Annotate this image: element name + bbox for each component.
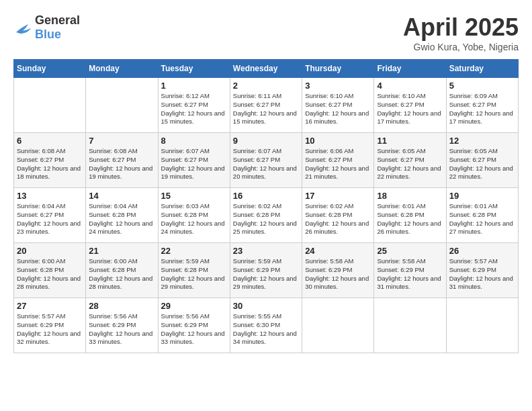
calendar-cell xyxy=(302,298,374,353)
day-info: Sunrise: 6:00 AMSunset: 6:28 PMDaylight:… xyxy=(17,257,83,291)
calendar-week-row: 1Sunrise: 6:12 AMSunset: 6:27 PMDaylight… xyxy=(14,78,519,133)
calendar-cell: 7Sunrise: 6:08 AMSunset: 6:27 PMDaylight… xyxy=(86,133,158,188)
calendar-cell: 19Sunrise: 6:01 AMSunset: 6:28 PMDayligh… xyxy=(446,188,518,243)
day-info: Sunrise: 6:08 AMSunset: 6:27 PMDaylight:… xyxy=(89,147,154,181)
day-number: 17 xyxy=(305,191,371,201)
day-info: Sunrise: 6:06 AMSunset: 6:27 PMDaylight:… xyxy=(305,147,371,181)
calendar-cell: 4Sunrise: 6:10 AMSunset: 6:27 PMDaylight… xyxy=(374,78,446,133)
month-title: April 2025 xyxy=(403,13,519,42)
calendar-cell: 6Sunrise: 6:08 AMSunset: 6:27 PMDaylight… xyxy=(14,133,86,188)
day-info: Sunrise: 6:02 AMSunset: 6:28 PMDaylight:… xyxy=(305,202,371,236)
day-number: 22 xyxy=(161,246,227,256)
calendar-cell: 26Sunrise: 5:57 AMSunset: 6:29 PMDayligh… xyxy=(446,243,518,298)
day-number: 23 xyxy=(233,246,299,256)
calendar-cell: 5Sunrise: 6:09 AMSunset: 6:27 PMDaylight… xyxy=(446,78,518,133)
day-number: 24 xyxy=(305,246,371,256)
day-number: 5 xyxy=(449,81,515,91)
day-number: 28 xyxy=(89,301,154,311)
day-header-tuesday: Tuesday xyxy=(158,60,230,78)
day-number: 6 xyxy=(17,136,83,146)
day-number: 26 xyxy=(449,246,515,256)
day-number: 19 xyxy=(449,191,515,201)
calendar-cell: 2Sunrise: 6:11 AMSunset: 6:27 PMDaylight… xyxy=(230,78,302,133)
day-info: Sunrise: 6:04 AMSunset: 6:28 PMDaylight:… xyxy=(89,202,154,236)
day-number: 21 xyxy=(89,246,154,256)
day-info: Sunrise: 5:57 AMSunset: 6:29 PMDaylight:… xyxy=(449,257,515,291)
day-info: Sunrise: 6:02 AMSunset: 6:28 PMDaylight:… xyxy=(233,202,299,236)
calendar-cell: 1Sunrise: 6:12 AMSunset: 6:27 PMDaylight… xyxy=(158,78,230,133)
header-row: SundayMondayTuesdayWednesdayThursdayFrid… xyxy=(14,60,519,78)
day-info: Sunrise: 6:07 AMSunset: 6:27 PMDaylight:… xyxy=(161,147,227,181)
calendar-cell: 13Sunrise: 6:04 AMSunset: 6:27 PMDayligh… xyxy=(14,188,86,243)
calendar-cell: 22Sunrise: 5:59 AMSunset: 6:28 PMDayligh… xyxy=(158,243,230,298)
logo-blue: Blue xyxy=(35,28,61,41)
day-number: 30 xyxy=(233,301,299,311)
day-info: Sunrise: 6:10 AMSunset: 6:27 PMDaylight:… xyxy=(377,92,443,126)
day-number: 20 xyxy=(17,246,83,256)
day-number: 7 xyxy=(89,136,154,146)
day-info: Sunrise: 5:56 AMSunset: 6:29 PMDaylight:… xyxy=(89,312,154,347)
day-header-friday: Friday xyxy=(374,60,446,78)
day-info: Sunrise: 6:05 AMSunset: 6:27 PMDaylight:… xyxy=(449,147,515,181)
calendar-cell: 11Sunrise: 6:05 AMSunset: 6:27 PMDayligh… xyxy=(374,133,446,188)
calendar-cell xyxy=(14,78,86,133)
day-info: Sunrise: 6:12 AMSunset: 6:27 PMDaylight:… xyxy=(161,92,227,126)
location-title: Gwio Kura, Yobe, Nigeria xyxy=(403,42,519,52)
calendar-cell: 21Sunrise: 6:00 AMSunset: 6:28 PMDayligh… xyxy=(86,243,158,298)
day-number: 12 xyxy=(449,136,515,146)
calendar-cell: 29Sunrise: 5:56 AMSunset: 6:29 PMDayligh… xyxy=(158,298,230,353)
day-number: 13 xyxy=(17,191,83,201)
calendar-cell: 12Sunrise: 6:05 AMSunset: 6:27 PMDayligh… xyxy=(446,133,518,188)
calendar-cell: 18Sunrise: 6:01 AMSunset: 6:28 PMDayligh… xyxy=(374,188,446,243)
day-number: 27 xyxy=(17,301,83,311)
day-header-sunday: Sunday xyxy=(14,60,86,78)
day-number: 10 xyxy=(305,136,371,146)
day-info: Sunrise: 5:58 AMSunset: 6:29 PMDaylight:… xyxy=(377,257,443,291)
day-header-thursday: Thursday xyxy=(302,60,374,78)
day-number: 3 xyxy=(305,81,371,91)
calendar-table: SundayMondayTuesdayWednesdayThursdayFrid… xyxy=(13,59,519,353)
day-number: 4 xyxy=(377,81,443,91)
calendar-cell: 8Sunrise: 6:07 AMSunset: 6:27 PMDaylight… xyxy=(158,133,230,188)
day-number: 14 xyxy=(89,191,154,201)
day-info: Sunrise: 5:55 AMSunset: 6:30 PMDaylight:… xyxy=(233,312,299,347)
day-info: Sunrise: 6:00 AMSunset: 6:28 PMDaylight:… xyxy=(89,257,154,291)
day-info: Sunrise: 5:57 AMSunset: 6:29 PMDaylight:… xyxy=(17,312,83,347)
calendar-cell: 27Sunrise: 5:57 AMSunset: 6:29 PMDayligh… xyxy=(14,298,86,353)
day-header-saturday: Saturday xyxy=(446,60,518,78)
day-info: Sunrise: 6:09 AMSunset: 6:27 PMDaylight:… xyxy=(449,92,515,126)
calendar-cell: 23Sunrise: 5:59 AMSunset: 6:29 PMDayligh… xyxy=(230,243,302,298)
day-info: Sunrise: 6:08 AMSunset: 6:27 PMDaylight:… xyxy=(17,147,83,181)
day-number: 8 xyxy=(161,136,227,146)
calendar-week-row: 20Sunrise: 6:00 AMSunset: 6:28 PMDayligh… xyxy=(14,243,519,298)
day-info: Sunrise: 6:01 AMSunset: 6:28 PMDaylight:… xyxy=(377,202,443,236)
day-number: 2 xyxy=(233,81,299,91)
day-header-wednesday: Wednesday xyxy=(230,60,302,78)
day-info: Sunrise: 6:05 AMSunset: 6:27 PMDaylight:… xyxy=(377,147,443,181)
logo-text: General Blue xyxy=(35,13,80,42)
page-header: General Blue April 2025 Gwio Kura, Yobe,… xyxy=(13,13,519,52)
logo-general: General xyxy=(35,13,80,27)
day-number: 11 xyxy=(377,136,443,146)
day-number: 1 xyxy=(161,81,227,91)
day-info: Sunrise: 6:07 AMSunset: 6:27 PMDaylight:… xyxy=(233,147,299,181)
day-info: Sunrise: 5:59 AMSunset: 6:28 PMDaylight:… xyxy=(161,257,227,291)
calendar-cell xyxy=(86,78,158,133)
calendar-cell: 3Sunrise: 6:10 AMSunset: 6:27 PMDaylight… xyxy=(302,78,374,133)
day-info: Sunrise: 6:03 AMSunset: 6:28 PMDaylight:… xyxy=(161,202,227,236)
day-number: 16 xyxy=(233,191,299,201)
calendar-cell: 30Sunrise: 5:55 AMSunset: 6:30 PMDayligh… xyxy=(230,298,302,353)
calendar-cell: 16Sunrise: 6:02 AMSunset: 6:28 PMDayligh… xyxy=(230,188,302,243)
calendar-cell: 14Sunrise: 6:04 AMSunset: 6:28 PMDayligh… xyxy=(86,188,158,243)
calendar-week-row: 13Sunrise: 6:04 AMSunset: 6:27 PMDayligh… xyxy=(14,188,519,243)
calendar-cell: 20Sunrise: 6:00 AMSunset: 6:28 PMDayligh… xyxy=(14,243,86,298)
calendar-cell xyxy=(446,298,518,353)
calendar-cell: 17Sunrise: 6:02 AMSunset: 6:28 PMDayligh… xyxy=(302,188,374,243)
calendar-week-row: 27Sunrise: 5:57 AMSunset: 6:29 PMDayligh… xyxy=(14,298,519,353)
calendar-cell: 10Sunrise: 6:06 AMSunset: 6:27 PMDayligh… xyxy=(302,133,374,188)
day-number: 9 xyxy=(233,136,299,146)
day-info: Sunrise: 5:56 AMSunset: 6:29 PMDaylight:… xyxy=(161,312,227,347)
calendar-cell: 28Sunrise: 5:56 AMSunset: 6:29 PMDayligh… xyxy=(86,298,158,353)
title-area: April 2025 Gwio Kura, Yobe, Nigeria xyxy=(403,13,519,52)
calendar-cell: 24Sunrise: 5:58 AMSunset: 6:29 PMDayligh… xyxy=(302,243,374,298)
